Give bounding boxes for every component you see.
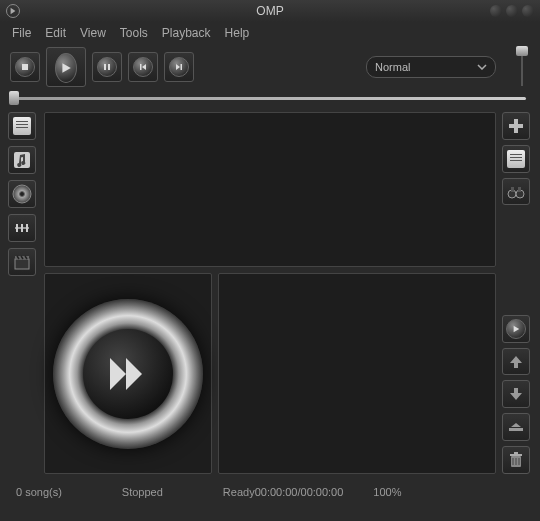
window-title: OMP [256, 4, 283, 18]
maximize-button[interactable] [506, 5, 518, 17]
add-button[interactable] [502, 112, 530, 140]
svg-rect-17 [511, 187, 514, 192]
stop-button[interactable] [10, 52, 40, 82]
pause-button[interactable] [92, 52, 122, 82]
search-button[interactable] [502, 178, 530, 206]
mini-play-button[interactable] [502, 315, 530, 343]
svg-rect-22 [514, 452, 518, 454]
svg-rect-1 [104, 64, 106, 70]
album-art-placeholder [53, 299, 203, 449]
plus-icon [507, 117, 525, 135]
svg-rect-14 [509, 124, 523, 128]
status-bar: 0 song(s) Stopped Ready 00:00:00/00:00:0… [0, 478, 540, 506]
previous-button[interactable] [128, 52, 158, 82]
status-percent: 100% [373, 486, 401, 498]
play-button[interactable] [46, 47, 86, 87]
svg-rect-9 [16, 224, 18, 232]
menu-tools[interactable]: Tools [120, 26, 148, 40]
svg-rect-0 [22, 64, 28, 70]
move-up-button[interactable] [502, 348, 530, 376]
video-button[interactable] [8, 248, 36, 276]
list-icon [507, 150, 525, 168]
menubar: File Edit View Tools Playback Help [0, 22, 540, 44]
equalizer-icon [13, 219, 31, 237]
playlist-view-button[interactable] [8, 112, 36, 140]
next-button[interactable] [164, 52, 194, 82]
status-song-count: 0 song(s) [16, 486, 62, 498]
info-panel[interactable] [218, 273, 496, 474]
svg-rect-10 [21, 224, 23, 232]
move-down-button[interactable] [502, 380, 530, 408]
playlist-panel[interactable] [44, 112, 496, 267]
minimize-button[interactable] [490, 5, 502, 17]
svg-rect-12 [15, 259, 29, 269]
app-icon [6, 4, 20, 18]
playback-mode-select[interactable]: Normal [366, 56, 496, 78]
volume-slider[interactable] [514, 44, 530, 90]
disc-icon [12, 184, 32, 204]
transport-bar: Normal [0, 44, 540, 90]
music-note-icon [13, 151, 31, 169]
clapperboard-icon [13, 253, 31, 271]
svg-rect-2 [108, 64, 110, 70]
menu-file[interactable]: File [12, 26, 31, 40]
music-library-button[interactable] [8, 146, 36, 174]
svg-rect-4 [181, 64, 183, 70]
status-ready: Ready [223, 486, 255, 498]
svg-rect-21 [510, 454, 522, 456]
close-button[interactable] [522, 5, 534, 17]
status-playback-state: Stopped [122, 486, 163, 498]
arrow-down-icon [508, 386, 524, 402]
list-button[interactable] [502, 145, 530, 173]
svg-rect-19 [509, 428, 523, 431]
arrow-up-icon [508, 354, 524, 370]
chevron-down-icon [477, 64, 487, 70]
svg-point-7 [20, 192, 25, 197]
equalizer-button[interactable] [8, 214, 36, 242]
album-art-panel [44, 273, 212, 474]
fast-forward-icon [104, 350, 152, 398]
menu-help[interactable]: Help [225, 26, 250, 40]
svg-rect-5 [14, 152, 30, 168]
playback-mode-value: Normal [375, 61, 410, 73]
list-icon [13, 117, 31, 135]
binoculars-icon [507, 183, 525, 201]
status-time: 00:00:00/00:00:00 [255, 486, 344, 498]
delete-button[interactable] [502, 446, 530, 474]
cd-button[interactable] [8, 180, 36, 208]
trash-icon [509, 452, 523, 468]
svg-rect-3 [140, 64, 142, 70]
seek-slider[interactable] [14, 97, 526, 100]
remove-button[interactable] [502, 413, 530, 441]
svg-rect-11 [26, 224, 28, 232]
menu-view[interactable]: View [80, 26, 106, 40]
menu-edit[interactable]: Edit [45, 26, 66, 40]
menu-playback[interactable]: Playback [162, 26, 211, 40]
eject-icon [507, 422, 525, 432]
svg-rect-18 [518, 187, 521, 192]
